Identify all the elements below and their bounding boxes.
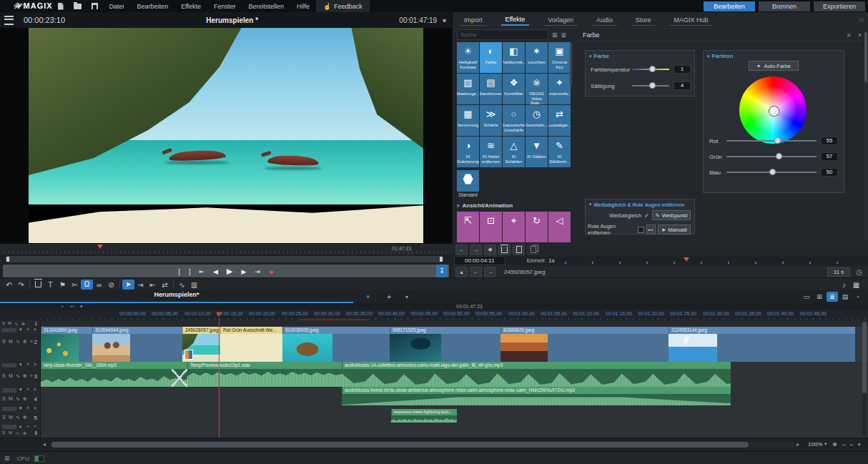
hscrollbar-thumb[interactable]	[51, 442, 749, 448]
rot-value[interactable]: 55	[821, 137, 838, 145]
timeline-vscrollbar[interactable]	[862, 320, 867, 436]
razor-button[interactable]: ✄	[69, 281, 81, 289]
track-6-fx-icon[interactable]: ⊕	[23, 430, 26, 435]
zoom-out-icon[interactable]: −	[849, 441, 853, 448]
delete-effect-button[interactable]	[498, 245, 511, 255]
red-eye-icon[interactable]: ⊷	[646, 224, 656, 235]
track-6-solo[interactable]: S	[2, 430, 5, 435]
track-2-close[interactable]: ×	[34, 327, 36, 332]
monitor-view-button[interactable]: ▭	[801, 292, 812, 302]
effect-tile-groesse-position[interactable]: ⇱	[457, 212, 479, 242]
zoom-level[interactable]: 100%	[808, 441, 822, 448]
farbtemperatur-slider[interactable]	[632, 69, 669, 70]
track-5-add[interactable]: +	[26, 405, 29, 410]
effect-tile-perspektive[interactable]: ◁	[548, 212, 571, 242]
track-3-add[interactable]: +	[26, 362, 29, 367]
tab-audio[interactable]: Audio	[592, 14, 617, 26]
effect-prev-button[interactable]: ←	[455, 245, 468, 255]
list-view-icon[interactable]: ≣	[561, 31, 567, 39]
window-icon[interactable]: □	[859, 16, 863, 23]
apply-to-all-button[interactable]: ❖	[484, 245, 496, 255]
clip-82889826[interactable]: 82889826.jpeg	[500, 327, 669, 362]
panel-menu-icon[interactable]: ≡	[847, 31, 850, 39]
clip-audioblocks-forest-birds[interactable]: audioblocks-forest-birds-close-ambience-…	[342, 387, 731, 405]
gruen-slider[interactable]	[726, 156, 817, 157]
effect-tile-kunstfilter[interactable]: ❖Kunstfilter	[503, 74, 525, 104]
effect-tile-orientierung[interactable]: ↻	[526, 212, 548, 242]
track-2[interactable]: ▾ + × S M ∿ ⊕ + 2 313342890.jpeg 3105940…	[0, 327, 868, 362]
effect-tile-vegas-stabilisierung[interactable]: ※VEGAS Video Stab...	[526, 74, 548, 104]
undo-button[interactable]: ↶	[3, 281, 15, 289]
effect-tile-standard[interactable]	[457, 170, 479, 192]
new-project-icon[interactable]	[58, 3, 64, 10]
clip-245928057-selected[interactable]: 245928057.jpeg	[182, 327, 220, 362]
tab-vorlagen[interactable]: Vorlagen	[543, 14, 578, 26]
feedback-button[interactable]: ☝Feedback	[316, 0, 370, 12]
delete-button[interactable]	[32, 281, 44, 289]
effect-tile-stanzformen[interactable]: ▤Stanzformen	[480, 74, 502, 104]
clip-audioblocks-collettivo[interactable]: audioblocks-14-collettivo-armonico-carlo…	[342, 362, 731, 387]
scroll-left-icon[interactable]: ◂	[43, 441, 46, 448]
menu-datei[interactable]: Datei	[103, 3, 131, 10]
mouse-mode-single-button[interactable]: ⇥	[134, 281, 147, 289]
track-3-curve-icon[interactable]: ∿	[16, 373, 20, 379]
manuell-button[interactable]: ➤ Manuell	[658, 224, 691, 235]
group-button[interactable]: ∞	[93, 281, 105, 289]
scrollbar-grip-left[interactable]	[6, 257, 9, 262]
saettigung-value[interactable]: 4	[674, 82, 691, 90]
zoom-in-icon[interactable]: +	[857, 441, 861, 448]
panel-close-icon[interactable]: ×	[858, 31, 862, 39]
rot-slider[interactable]	[726, 140, 817, 142]
clip-995171525[interactable]: 995171525.jpeg	[390, 327, 500, 362]
effects-scrollbar[interactable]	[570, 44, 572, 87]
track-2-plus-icon[interactable]: +	[30, 339, 33, 344]
next-frame-button[interactable]: ▶	[241, 268, 246, 275]
effect-tile-verzerrung[interactable]: ▦Verzerrung	[457, 105, 479, 136]
effect-tile-ki-glaetten[interactable]: ▼KI Glätten	[526, 137, 548, 167]
audio-mute-button[interactable]: ♪	[838, 281, 850, 289]
zoom-dropdown-icon[interactable]: ▾	[824, 441, 827, 447]
curve-mode-button[interactable]: ∿	[176, 281, 188, 289]
track-5-fx-icon[interactable]: ⊕	[23, 415, 27, 420]
copy-effect-button[interactable]	[513, 245, 525, 255]
preview-scrub-ruler[interactable]: 01:47:23	[0, 244, 452, 255]
track-grid-button[interactable]: ▦	[850, 281, 862, 289]
clip-313342890[interactable]: 313342890.jpeg	[41, 327, 92, 362]
redo-button[interactable]: ↷	[15, 281, 27, 289]
lock-icon[interactable]: ▪	[61, 304, 63, 309]
compact-view-button[interactable]: ▫	[852, 292, 864, 302]
effect-tile-geschwindigkeit[interactable]: ◷Geschwin...	[526, 105, 548, 136]
mouse-mode-swap-button[interactable]: ⇄	[159, 281, 171, 289]
effect-tile-farbe[interactable]: ◐Farbe	[480, 42, 502, 73]
close-tab-icon[interactable]: ×	[366, 293, 370, 300]
mode-bearbeiten-button[interactable]: Bearbeiten	[704, 1, 755, 11]
track-1-fx-icon[interactable]: ⊕	[21, 321, 25, 326]
effect-tile-kamerafahrt[interactable]: ⌖	[503, 212, 525, 242]
track-3[interactable]: ▾ + × S M ∿ ⊕ + 3 very-close-thunder_GkL…	[0, 362, 868, 388]
track-4-mute[interactable]: M	[9, 396, 13, 401]
range-in-button[interactable]: [	[178, 268, 180, 275]
clip-explosion-blast[interactable]: explosion-blast-lightning-bolt...	[391, 409, 457, 423]
track-5-close[interactable]: ×	[34, 405, 36, 410]
saettigung-slider[interactable]	[632, 85, 669, 87]
check-icon[interactable]: ✓	[644, 212, 649, 219]
range-mode-button[interactable]: ▥	[188, 281, 200, 289]
jump-end-button[interactable]: ⇥	[255, 268, 260, 275]
duration-clock-icon[interactable]: ◷	[856, 268, 862, 276]
keyframe-marker[interactable]	[684, 257, 689, 262]
dropdown-icon[interactable]: ▾	[80, 304, 83, 310]
track-6-add[interactable]: +	[26, 424, 29, 428]
clip-1124553144[interactable]: 1124553144.jpeg	[669, 327, 855, 362]
range-out-button[interactable]: ]	[189, 268, 191, 275]
keyframe-ruler[interactable]	[565, 255, 868, 266]
fade-cross[interactable]	[172, 369, 187, 387]
playhead-line[interactable]	[219, 317, 220, 438]
effect-tile-lookabgleich[interactable]: ⇄Lookabgle...	[548, 105, 571, 136]
effect-tile-leuchten[interactable]: ✶Leuchten	[526, 42, 548, 73]
marker-button[interactable]: ⚑	[56, 281, 69, 289]
track-6-close[interactable]: ×	[34, 424, 36, 428]
object-up-button[interactable]: ▴	[455, 267, 468, 277]
hscrollbar-track[interactable]	[50, 442, 794, 448]
scene-view-button[interactable]: ▤	[839, 292, 851, 302]
track-4-add[interactable]: +	[26, 387, 29, 392]
